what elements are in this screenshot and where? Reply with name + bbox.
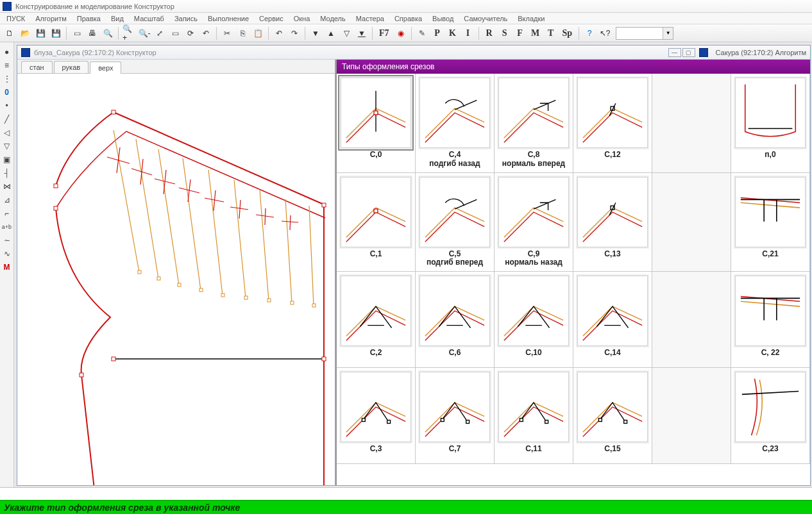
vtool-10[interactable]: ⋈	[1, 181, 13, 192]
tab-рукав[interactable]: рукав	[54, 61, 89, 73]
vtool-9[interactable]: ┤	[1, 167, 13, 179]
command-input[interactable]	[0, 487, 812, 500]
cut-type-cell-11[interactable]: С,21	[731, 173, 810, 272]
vtool-0[interactable]: ●	[1, 46, 13, 58]
shape1-icon[interactable]: ▼	[309, 26, 323, 40]
whatsthis-icon[interactable]: ↖?	[598, 26, 612, 40]
help-icon[interactable]: ?	[582, 26, 596, 40]
save-all-icon[interactable]: 💾	[49, 26, 63, 40]
new-doc-icon[interactable]: 🗋	[3, 26, 17, 40]
copy-icon[interactable]: ⎘	[235, 26, 250, 40]
cut-type-cell-0[interactable]: С,0	[337, 74, 416, 173]
cut-type-cell-2[interactable]: С,8 нормаль вперед	[495, 74, 573, 173]
menu-вид[interactable]: Вид	[106, 13, 129, 24]
shape2-icon[interactable]: ▲	[324, 26, 338, 40]
cut-type-cell-6[interactable]: С,1	[337, 173, 416, 272]
vtool-11[interactable]: ⊿	[1, 194, 13, 206]
vtool-6[interactable]: ◁	[1, 127, 13, 138]
t-btn[interactable]: T	[544, 26, 558, 40]
document-titlebar[interactable]: блуза_Сакура (92:170:2) Конструктор — ▢ …	[17, 46, 810, 60]
toolbar-combo[interactable]: ▼	[616, 27, 673, 40]
menu-алгоритм[interactable]: Алгоритм	[30, 13, 72, 24]
i-btn[interactable]: I	[461, 26, 475, 40]
pattern-canvas[interactable]	[17, 74, 335, 485]
cut-type-cell-9[interactable]: С,13	[573, 173, 652, 272]
cut-type-cell-7[interactable]: С,5 подгиб вперед	[416, 173, 495, 272]
tab-верх[interactable]: верх	[90, 62, 121, 74]
menu-правка[interactable]: Правка	[72, 13, 106, 24]
minimize-button[interactable]: —	[668, 48, 681, 57]
s-btn[interactable]: S	[498, 26, 512, 40]
cut-type-cell-17[interactable]: С, 22	[731, 272, 810, 368]
menu-мастера[interactable]: Мастера	[351, 13, 389, 24]
f-btn[interactable]: F	[513, 26, 527, 40]
k-btn[interactable]: K	[446, 26, 460, 40]
cut-type-cell-3[interactable]: С,12	[573, 74, 652, 173]
vtool-13[interactable]: a+b	[1, 221, 13, 233]
m-btn[interactable]: M	[529, 26, 543, 40]
maximize-button[interactable]: ▢	[682, 48, 695, 57]
p-btn[interactable]: P	[430, 26, 444, 40]
cut-type-cell-21[interactable]: С,15	[573, 368, 652, 464]
stop-icon[interactable]: ◉	[394, 26, 408, 40]
vtool-14[interactable]: ∼	[1, 235, 13, 246]
sp-btn[interactable]: Sp	[559, 26, 576, 40]
vtool-8[interactable]: ▣	[1, 154, 13, 165]
zoom-rect-icon[interactable]: ▭	[168, 26, 182, 40]
cut-type-cell-19[interactable]: С,7	[416, 368, 495, 464]
vtool-16[interactable]: M	[1, 261, 13, 273]
cut-type-cell-13[interactable]: С,6	[416, 272, 495, 368]
cut-icon[interactable]: ✂	[220, 26, 234, 40]
menu-вкладки[interactable]: Вкладки	[512, 13, 550, 24]
menu-сервис[interactable]: Сервис	[254, 13, 289, 24]
vtool-5[interactable]: ╱	[1, 113, 13, 125]
menu-выполнение[interactable]: Выполнение	[203, 13, 254, 24]
vtool-3[interactable]: 0	[1, 87, 13, 98]
cut-type-cell-5[interactable]: п,0	[731, 74, 810, 173]
menu-пуск[interactable]: ПУСК	[1, 13, 30, 24]
vtool-2[interactable]: ⋮	[1, 73, 13, 85]
f7-btn[interactable]: F7	[376, 26, 393, 40]
cut-type-cell-4[interactable]	[652, 74, 731, 173]
cut-type-cell-18[interactable]: С,3	[337, 368, 416, 464]
cut-type-cell-10[interactable]	[652, 173, 731, 272]
cut-type-cell-20[interactable]: С,11	[495, 368, 573, 464]
vtool-1[interactable]: ≡	[1, 60, 13, 71]
shape4-icon[interactable]: ▼	[355, 26, 369, 40]
zoom-100-icon[interactable]: ⟳	[183, 26, 198, 40]
menu-самоучитель[interactable]: Самоучитель	[459, 13, 512, 24]
cut-type-cell-8[interactable]: С,9 нормаль назад	[495, 173, 573, 272]
tool-misc-icon[interactable]: ✎	[415, 26, 429, 40]
menu-вывод[interactable]: Вывод	[427, 13, 459, 24]
menu-модель[interactable]: Модель	[315, 13, 350, 24]
print-icon[interactable]: 🖶	[85, 26, 99, 40]
undo-icon[interactable]: ↶	[272, 26, 286, 40]
zoom-in-icon[interactable]: 🔍+	[122, 26, 136, 40]
paste-icon[interactable]: 📋	[251, 26, 265, 40]
page-icon[interactable]: ▭	[70, 26, 84, 40]
vtool-15[interactable]: ∿	[1, 248, 13, 260]
menu-масштаб[interactable]: Масштаб	[129, 13, 169, 24]
zoom-fit-icon[interactable]: ⤢	[153, 26, 167, 40]
redo-icon[interactable]: ↷	[287, 26, 301, 40]
menu-справка[interactable]: Справка	[389, 13, 427, 24]
cut-type-cell-14[interactable]: С,10	[495, 272, 573, 368]
cut-type-cell-23[interactable]: С,23	[731, 368, 810, 464]
cut-type-cell-1[interactable]: С,4 подгиб назад	[416, 74, 495, 173]
tab-стан[interactable]: стан	[21, 61, 53, 73]
open-icon[interactable]: 📂	[18, 26, 32, 40]
cut-type-cell-15[interactable]: С,14	[573, 272, 652, 368]
zoom-prev-icon[interactable]: ↶	[199, 26, 213, 40]
shape3-icon[interactable]: ▽	[339, 26, 353, 40]
cut-type-cell-12[interactable]: С,2	[337, 272, 416, 368]
vtool-12[interactable]: ⌐	[1, 208, 13, 219]
r-btn[interactable]: R	[482, 26, 496, 40]
cut-types-grid-scroll[interactable]: С,0 С,4 подгиб назад С,8 нормаль вперед …	[337, 74, 810, 485]
cut-type-cell-16[interactable]	[652, 272, 731, 368]
vtool-4[interactable]: •	[1, 100, 13, 112]
cut-type-cell-22[interactable]	[652, 368, 731, 464]
save-icon[interactable]: 💾	[33, 26, 47, 40]
menu-окна[interactable]: Окна	[289, 13, 316, 24]
vtool-7[interactable]: ▽	[1, 140, 13, 152]
zoom-out-icon[interactable]: 🔍-	[137, 26, 151, 40]
